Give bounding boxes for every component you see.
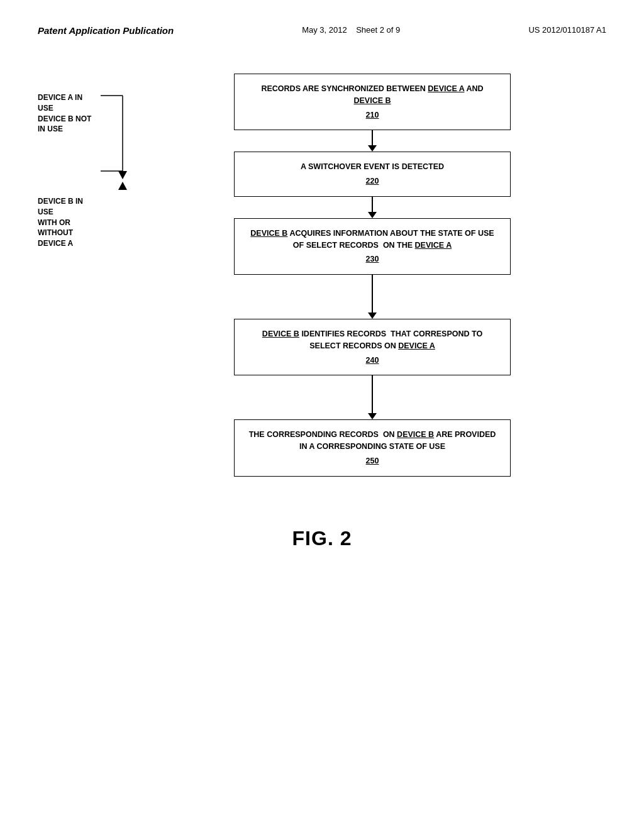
box-210: RECORDS ARE SYNCHRONIZED BETWEEN DEVICE … [234, 74, 511, 130]
device-a-label: DEVICE A IN USE DEVICE B NOT IN USE [38, 92, 91, 135]
box-240: DEVICE B IDENTIFIES RECORDS THAT CORRESP… [234, 319, 511, 375]
connector-2 [372, 197, 373, 212]
box-250: THE CORRESPONDING RECORDS ON DEVICE B AR… [234, 419, 511, 476]
figure-label: FIG. 2 [38, 527, 606, 550]
box-220: A SWITCHOVER EVENT IS DETECTED 220 [234, 152, 511, 197]
arrow-4 [368, 413, 377, 419]
page-header: Patent Application Publication May 3, 20… [38, 25, 606, 36]
main-content: DEVICE A IN USE DEVICE B NOT IN USE DEVI… [38, 74, 606, 477]
connector-4 [372, 375, 373, 413]
publication-date: May 3, 2012 [302, 25, 347, 35]
arrow-1 [368, 145, 377, 152]
publication-date-sheet: May 3, 2012 Sheet 2 of 9 [302, 25, 400, 35]
connector-1 [372, 130, 373, 145]
svg-marker-3 [118, 171, 127, 179]
sheet-info: Sheet 2 of 9 [356, 25, 400, 35]
box-230: DEVICE B ACQUIRES INFORMATION ABOUT THE … [234, 218, 511, 275]
publication-number: US 2012/0110187 A1 [528, 25, 606, 35]
page: Patent Application Publication May 3, 20… [0, 0, 644, 830]
publication-title: Patent Application Publication [38, 25, 174, 36]
arrow-2 [368, 212, 377, 218]
connector-3 [372, 275, 373, 313]
device-b-label: DEVICE B IN USE WITH OR WITHOUT DEVICE A [38, 196, 83, 249]
arrow-3 [368, 313, 377, 319]
flowchart: RECORDS ARE SYNCHRONIZED BETWEEN DEVICE … [138, 74, 606, 477]
left-labels: DEVICE A IN USE DEVICE B NOT IN USE DEVI… [38, 74, 138, 477]
svg-marker-4 [118, 182, 127, 190]
